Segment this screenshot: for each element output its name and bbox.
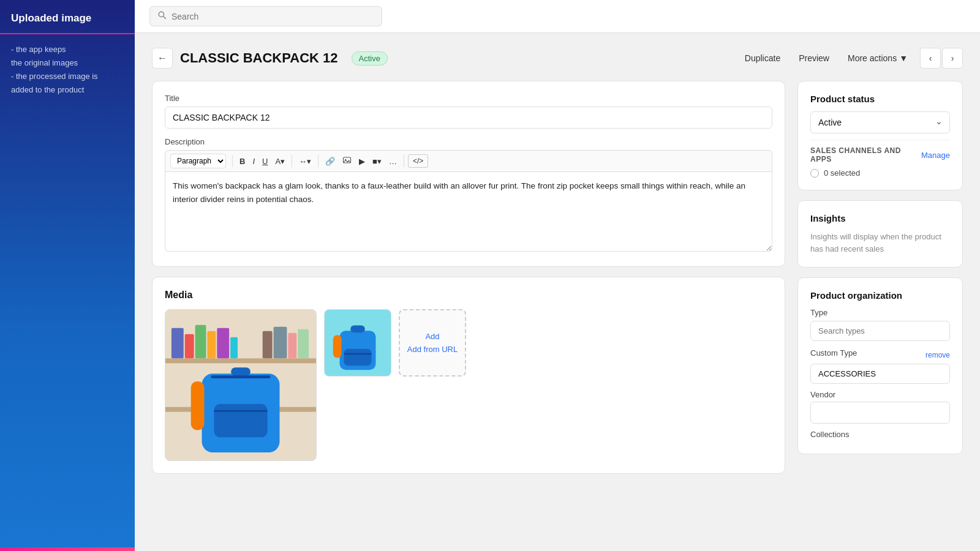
type-field: Type [810,308,950,341]
product-organization-card: Product organization Type Custom Type re… [797,277,963,454]
image-button[interactable] [339,154,355,168]
add-media-box[interactable]: Add Add from URL [399,309,466,377]
code-button[interactable]: </> [408,154,428,168]
preview-button[interactable]: Preview [793,49,835,67]
back-button[interactable]: ← [152,48,173,69]
two-column-layout: Title Description Paragraph B I U A▾ ↔▾ [152,81,963,474]
sidebar-note-line-2: the original images [11,56,124,70]
topbar [135,0,980,33]
duplicate-button[interactable]: Duplicate [739,49,786,67]
svg-rect-20 [214,410,267,412]
title-input[interactable] [165,107,772,129]
description-textarea[interactable]: This women's backpack has a glam look, t… [165,172,772,252]
sales-channels-label: SALES CHANNELS AND APPS [810,146,921,163]
link-button[interactable]: 🔗 [322,155,338,168]
font-color-button[interactable]: A▾ [272,155,288,168]
toolbar-divider-3 [318,155,318,167]
main-product-image[interactable] [165,309,317,461]
toolbar-divider-1 [232,155,233,167]
manage-channels-link[interactable]: Manage [921,151,950,160]
sidebar-note: - the app keeps the original images - th… [0,34,135,105]
title-label: Title [165,94,772,103]
custom-type-label: Custom Type [810,348,857,358]
svg-rect-10 [207,331,216,359]
custom-type-input[interactable] [810,364,950,384]
search-box[interactable] [149,6,382,26]
next-product-button[interactable]: › [942,48,963,69]
more-formats-button[interactable]: … [386,155,400,168]
type-label: Type [810,308,950,317]
toolbar-divider-4 [404,155,404,167]
svg-rect-16 [298,329,309,359]
sidebar-note-line-1: - the app keeps [11,43,124,56]
status-select[interactable]: Active Draft [810,111,950,133]
sidebar-title: Uploaded image [0,0,135,34]
svg-rect-19 [214,404,267,438]
vendor-label: Vendor [810,390,950,399]
thumbnail-image[interactable] [324,309,391,377]
svg-rect-21 [211,375,270,378]
add-media-link[interactable]: Add [425,332,439,341]
product-status-card: Product status Active Draft SALES CHANNE… [797,81,963,190]
sidebar-note-line-4: added to the product [11,83,124,97]
svg-rect-8 [185,334,194,359]
svg-line-1 [164,17,166,19]
content-area: ← CLASSIC BACKPACK 12 Active Duplicate P… [135,33,980,551]
toolbar-divider-2 [292,155,292,167]
selected-count: 0 selected [810,168,950,178]
search-input[interactable] [172,12,374,21]
svg-rect-22 [191,381,205,430]
video-button[interactable]: ▶ [356,155,368,168]
left-column: Title Description Paragraph B I U A▾ ↔▾ [152,81,785,474]
underline-button[interactable]: U [259,155,271,168]
product-organization-title: Product organization [810,290,950,301]
title-description-card: Title Description Paragraph B I U A▾ ↔▾ [152,81,785,267]
media-grid: Add Add from URL [165,309,772,461]
insights-title: Insights [810,213,950,223]
vendor-input[interactable] [810,402,950,424]
type-search-input[interactable] [810,321,950,341]
product-title: CLASSIC BACKPACK 12 [180,50,338,66]
italic-button[interactable]: I [249,155,258,168]
description-label: Description [165,137,772,146]
sidebar: Uploaded image - the app keeps the origi… [0,0,135,551]
nav-arrows: ‹ › [920,48,963,69]
bold-button[interactable]: B [236,155,248,168]
sidebar-note-line-3: - the processed image is [11,70,124,83]
custom-type-row: Custom Type remove [810,348,950,361]
svg-rect-7 [172,328,184,359]
svg-rect-5 [165,358,316,363]
svg-rect-14 [274,327,287,359]
svg-rect-15 [288,333,296,359]
editor-toolbar: Paragraph B I U A▾ ↔▾ 🔗 [165,150,772,172]
svg-rect-26 [344,349,371,365]
align-button[interactable]: ↔▾ [296,155,314,168]
status-select-wrapper: Active Draft [810,111,950,133]
table-button[interactable]: ■▾ [369,155,385,168]
status-badge: Active [352,51,388,66]
prev-product-button[interactable]: ‹ [920,48,941,69]
add-from-url-link[interactable]: Add from URL [407,345,458,354]
sidebar-bottom-bar [0,547,135,551]
media-label: Media [165,290,772,301]
custom-type-field: Custom Type remove [810,348,950,384]
collections-label: Collections [810,430,950,439]
svg-rect-9 [195,325,206,359]
circle-icon [810,169,819,178]
search-icon [157,10,167,22]
remove-custom-type-link[interactable]: remove [925,351,950,359]
svg-rect-25 [350,326,365,333]
paragraph-select[interactable]: Paragraph [170,154,226,168]
product-header: ← CLASSIC BACKPACK 12 Active Duplicate P… [152,48,963,69]
svg-rect-11 [217,328,229,359]
header-actions: Duplicate Preview More actions ▼ ‹ › [739,48,963,69]
svg-rect-13 [263,331,273,359]
main-area: ← CLASSIC BACKPACK 12 Active Duplicate P… [135,0,980,551]
svg-rect-18 [231,367,251,376]
selected-count-text: 0 selected [824,168,860,178]
insights-card: Insights Insights will display when the … [797,200,963,268]
insights-description: Insights will display when the product h… [810,231,950,255]
svg-rect-27 [344,353,371,354]
more-actions-button[interactable]: More actions ▼ [842,49,914,67]
product-status-title: Product status [810,94,950,104]
